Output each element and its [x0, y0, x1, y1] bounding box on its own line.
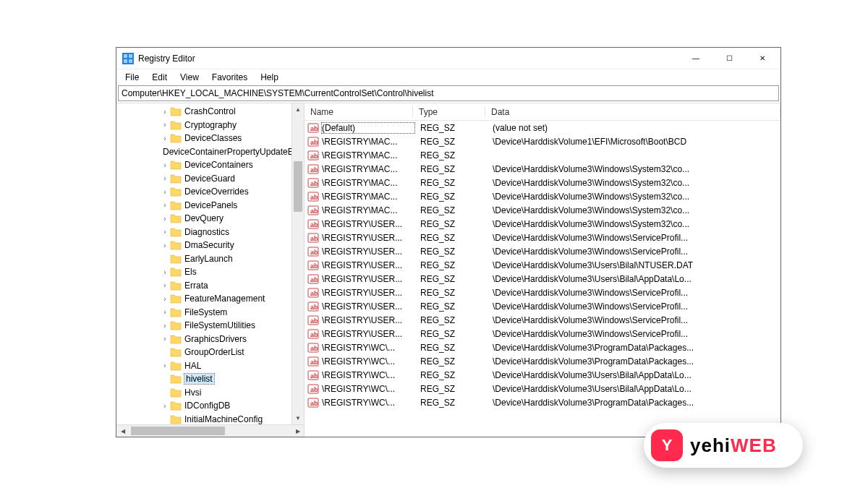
- value-row[interactable]: ab\REGISTRY\USER...REG_SZ\Device\Harddis…: [305, 231, 780, 244]
- tree-item[interactable]: ›DeviceOverrides: [116, 185, 304, 199]
- value-row[interactable]: ab\REGISTRY\MAC...REG_SZ\Device\Harddisk…: [305, 189, 780, 203]
- chevron-right-icon[interactable]: ›: [160, 281, 170, 289]
- menu-help[interactable]: Help: [255, 71, 284, 84]
- value-row[interactable]: ab\REGISTRY\WC\...REG_SZ\Device\Harddisk…: [305, 354, 780, 368]
- chevron-right-icon[interactable]: ›: [160, 335, 170, 343]
- value-row[interactable]: ab\REGISTRY\USER...REG_SZ\Device\Harddis…: [305, 327, 780, 341]
- tree-item[interactable]: ›FileSystem: [116, 306, 304, 320]
- close-button[interactable]: ✕: [746, 48, 779, 69]
- tree-item[interactable]: ›FeatureManagement: [116, 292, 304, 306]
- column-name[interactable]: Name: [305, 107, 413, 117]
- tree-item[interactable]: EarlyLaunch: [116, 252, 304, 266]
- scroll-right-icon[interactable]: ▶: [292, 425, 304, 437]
- chevron-right-icon[interactable]: ›: [160, 134, 170, 142]
- value-row[interactable]: ab\REGISTRY\MAC...REG_SZ\Device\Harddisk…: [305, 203, 780, 217]
- tree-item[interactable]: ›DeviceClasses: [116, 132, 304, 145]
- value-row[interactable]: ab\REGISTRY\USER...REG_SZ\Device\Harddis…: [305, 313, 780, 327]
- value-row[interactable]: ab\REGISTRY\USER...REG_SZ\Device\Harddis…: [305, 286, 780, 299]
- tree-item[interactable]: ›DeviceGuard: [116, 172, 304, 186]
- value-row[interactable]: ab\REGISTRY\WC\...REG_SZ\Device\Harddisk…: [305, 368, 780, 382]
- tree-item[interactable]: ›DmaSecurity: [116, 239, 304, 252]
- tree-item[interactable]: hivelist: [116, 372, 304, 386]
- tree-item[interactable]: ›Cryptography: [116, 119, 304, 132]
- scroll-thumb[interactable]: [294, 161, 302, 212]
- folder-icon: [170, 281, 182, 291]
- folder-icon: [170, 294, 182, 304]
- chevron-right-icon[interactable]: ›: [160, 215, 170, 223]
- chevron-right-icon[interactable]: ›: [160, 241, 170, 249]
- value-row[interactable]: ab\REGISTRY\USER...REG_SZ\Device\Harddis…: [305, 244, 780, 258]
- menu-view[interactable]: View: [174, 71, 205, 84]
- tree-item[interactable]: ›Errata: [116, 279, 304, 293]
- chevron-right-icon[interactable]: ›: [160, 295, 170, 303]
- tree-item[interactable]: ›CrashControl: [116, 105, 304, 119]
- tree-item[interactable]: GroupOrderList: [116, 346, 304, 359]
- value-row[interactable]: ab\REGISTRY\MAC...REG_SZ\Device\Harddisk…: [305, 134, 780, 148]
- chevron-right-icon[interactable]: ›: [160, 268, 170, 276]
- value-row[interactable]: ab\REGISTRY\MAC...REG_SZ\Device\Harddisk…: [305, 162, 780, 176]
- scroll-left-icon[interactable]: ◀: [116, 425, 129, 437]
- value-data: \Device\HarddiskVolume3\Users\Bilal\NTUS…: [487, 260, 780, 270]
- value-data: \Device\HarddiskVolume3\ProgramData\Pack…: [487, 343, 780, 353]
- registry-tree[interactable]: ›CrashControl›Cryptography›DeviceClasses…: [116, 103, 304, 424]
- tree-item[interactable]: ›FileSystemUtilities: [116, 319, 304, 333]
- string-value-icon: ab: [307, 369, 319, 381]
- value-row[interactable]: ab\REGISTRY\MAC...REG_SZ: [305, 148, 780, 162]
- chevron-right-icon[interactable]: ›: [160, 308, 170, 316]
- scroll-up-icon[interactable]: ▲: [292, 103, 304, 116]
- chevron-right-icon[interactable]: ›: [160, 361, 170, 369]
- menu-file[interactable]: File: [119, 71, 145, 84]
- menu-edit[interactable]: Edit: [146, 71, 173, 84]
- chevron-right-icon[interactable]: ›: [160, 161, 170, 169]
- tree-item[interactable]: ›DevQuery: [116, 212, 304, 226]
- chevron-right-icon[interactable]: ›: [160, 188, 170, 196]
- chevron-right-icon[interactable]: ›: [160, 402, 170, 410]
- tree-item[interactable]: ›GraphicsDrivers: [116, 333, 304, 346]
- tree-item[interactable]: InitialMachineConfig: [116, 413, 304, 425]
- value-row[interactable]: ab\REGISTRY\USER...REG_SZ\Device\Harddis…: [305, 258, 780, 272]
- scroll-down-icon[interactable]: ▼: [292, 412, 304, 424]
- value-row[interactable]: ab\REGISTRY\MAC...REG_SZ\Device\Harddisk…: [305, 176, 780, 189]
- svg-text:ab: ab: [310, 345, 318, 352]
- value-row[interactable]: ab\REGISTRY\USER...REG_SZ\Device\Harddis…: [305, 217, 780, 231]
- tree-item[interactable]: ›Els: [116, 265, 304, 279]
- tree-item[interactable]: DeviceContainerPropertyUpdateEvents: [116, 145, 304, 159]
- folder-icon: [170, 213, 182, 223]
- tree-item[interactable]: ›DevicePanels: [116, 199, 304, 213]
- value-name: (Default): [322, 123, 414, 133]
- chevron-right-icon[interactable]: ›: [160, 174, 170, 182]
- chevron-right-icon[interactable]: ›: [160, 121, 170, 129]
- string-value-icon: ab: [307, 397, 319, 408]
- value-row[interactable]: ab\REGISTRY\USER...REG_SZ\Device\Harddis…: [305, 299, 780, 313]
- maximize-button[interactable]: ☐: [712, 48, 746, 69]
- value-row[interactable]: ab\REGISTRY\WC\...REG_SZ\Device\Harddisk…: [305, 395, 780, 409]
- string-value-icon: ab: [307, 136, 319, 147]
- string-value-icon: ab: [307, 218, 319, 230]
- menu-favorites[interactable]: Favorites: [206, 71, 253, 84]
- minimize-button[interactable]: —: [679, 48, 712, 69]
- tree-item[interactable]: ›HAL: [116, 359, 304, 373]
- values-list[interactable]: ab(Default)REG_SZ(value not set)ab\REGIS…: [305, 121, 780, 437]
- value-type: REG_SZ: [414, 370, 487, 380]
- address-bar[interactable]: Computer\HKEY_LOCAL_MACHINE\SYSTEM\Curre…: [118, 85, 779, 101]
- column-type[interactable]: Type: [413, 107, 485, 117]
- tree-item[interactable]: ›IDConfigDB: [116, 399, 304, 413]
- chevron-right-icon[interactable]: ›: [160, 201, 170, 209]
- column-data[interactable]: Data: [485, 107, 780, 117]
- scroll-thumb-h[interactable]: [131, 427, 225, 435]
- value-row[interactable]: ab\REGISTRY\USER...REG_SZ\Device\Harddis…: [305, 272, 780, 286]
- value-row[interactable]: ab(Default)REG_SZ(value not set): [305, 121, 780, 134]
- value-row[interactable]: ab\REGISTRY\WC\...REG_SZ\Device\Harddisk…: [305, 382, 780, 395]
- tree-item[interactable]: ›DeviceContainers: [116, 158, 304, 172]
- chevron-right-icon[interactable]: ›: [160, 108, 170, 116]
- value-type: REG_SZ: [414, 123, 487, 133]
- tree-item[interactable]: Hvsi: [116, 386, 304, 400]
- tree-vertical-scrollbar[interactable]: ▲ ▼: [292, 103, 304, 424]
- value-row[interactable]: ab\REGISTRY\WC\...REG_SZ\Device\Harddisk…: [305, 341, 780, 354]
- tree-item[interactable]: ›Diagnostics: [116, 226, 304, 239]
- chevron-right-icon[interactable]: ›: [160, 228, 170, 236]
- svg-text:ab: ab: [310, 207, 318, 215]
- chevron-right-icon[interactable]: ›: [160, 322, 170, 330]
- tree-horizontal-scrollbar[interactable]: ◀ ▶: [116, 424, 304, 437]
- value-data: \Device\HarddiskVolume3\Users\Bilal\AppD…: [487, 370, 780, 380]
